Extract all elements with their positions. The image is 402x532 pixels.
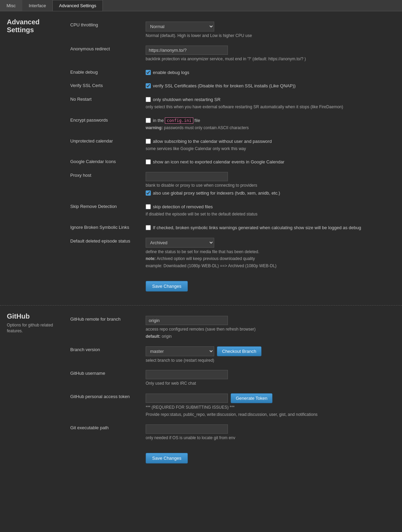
github-remote-help2: default: origin: [146, 334, 395, 339]
tab-advanced-settings[interactable]: Advanced Settings: [52, 0, 102, 11]
default-deleted-status-help3: example: Downloaded (1080p WEB-DL) ==> A…: [146, 263, 395, 269]
ignore-broken-symlinks-label: Ignore Broken Symbolic Links: [70, 224, 146, 230]
google-calendar-icons-control: show an icon next to exported calendar e…: [146, 158, 395, 165]
no-restart-control: only shutdown when restarting SR only se…: [146, 96, 395, 110]
encrypt-passwords-checkbox[interactable]: [146, 118, 151, 123]
proxy-host-label: Proxy host: [70, 172, 146, 178]
anonymous-redirect-label: Anonymous redirect: [70, 46, 146, 51]
encrypt-passwords-checkbox-label: in the config.ini file: [153, 118, 200, 124]
github-token-help1: *** (REQUIRED FOR SUBMITTING ISSUES) ***: [146, 405, 395, 410]
default-deleted-status-select[interactable]: Archived Skipped Ignored Wanted Failed: [146, 238, 214, 248]
checkout-branch-button[interactable]: Checkout Branch: [217, 346, 261, 356]
cpu-throttling-control: Normal High Low Normal (default). High i…: [146, 22, 395, 39]
no-restart-checkbox[interactable]: [146, 97, 151, 102]
skip-remove-detection-checkbox-label: skip detection of removed files: [153, 204, 213, 210]
verify-ssl-label: Verify SSL Certs: [70, 82, 146, 88]
github-token-input[interactable]: [146, 394, 228, 403]
section-right-advanced: CPU throttling Normal High Low Normal (d…: [70, 18, 395, 295]
github-desc: Options for github related features.: [7, 322, 63, 334]
no-restart-checkbox-label: only shutdown when restarting SR: [153, 97, 220, 103]
save-changes-button-2[interactable]: Save Changes: [146, 453, 188, 463]
enable-debug-checkbox[interactable]: [146, 70, 151, 75]
proxy-host-help1: blank to disable or proxy to use when co…: [146, 183, 395, 188]
github-token-label: GitHub personal access token: [70, 393, 146, 399]
enable-debug-control: enable debug logs: [146, 69, 395, 76]
tab-misc[interactable]: Misc: [0, 0, 22, 11]
advanced-settings-title: Advanced Settings: [7, 18, 63, 34]
no-restart-row: No Restart only shutdown when restarting…: [70, 92, 395, 113]
github-username-row: GitHub username Only used for web IRC ch…: [70, 367, 395, 390]
unprotected-calendar-checkbox[interactable]: [146, 139, 151, 144]
default-deleted-status-label: Default deleted episode status: [70, 238, 146, 244]
branch-version-help: select branch to use (restart required): [146, 358, 395, 363]
unprotected-calendar-checkbox-row: allow subscribing to the calendar withou…: [146, 139, 395, 145]
no-restart-checkbox-row: only shutdown when restarting SR: [146, 97, 395, 103]
git-executable-help: only needed if OS is unable to locate gi…: [146, 435, 395, 441]
proxy-host-input[interactable]: [146, 172, 228, 181]
section-left-advanced: Advanced Settings: [7, 18, 70, 295]
github-username-label: GitHub username: [70, 370, 146, 376]
github-section: GitHub Options for github related featur…: [0, 312, 402, 474]
anonymous-redirect-control: backlink protection via anonymizer servi…: [146, 46, 395, 62]
github-username-control: Only used for web IRC chat: [146, 370, 395, 386]
git-executable-input[interactable]: [146, 424, 228, 434]
github-title: GitHub: [7, 312, 63, 320]
proxy-indexers-checkbox-label: also use global proxy setting for indexe…: [153, 190, 280, 196]
save-changes-1-container: Save Changes: [70, 272, 395, 295]
section-left-github: GitHub Options for github related featur…: [7, 312, 70, 467]
google-calendar-icons-checkbox-row: show an icon next to exported calendar e…: [146, 159, 395, 165]
unprotected-calendar-label: Unprotected calendar: [70, 138, 146, 144]
google-calendar-icons-checkbox[interactable]: [146, 159, 151, 164]
proxy-indexers-checkbox-row: also use global proxy setting for indexe…: [146, 190, 395, 196]
github-remote-row: GitHub remote for branch access repo con…: [70, 312, 395, 343]
generate-token-button[interactable]: Generate Token: [231, 393, 272, 403]
encrypt-passwords-checkbox-row: in the config.ini file: [146, 118, 395, 124]
encrypt-passwords-control: in the config.ini file warning: password…: [146, 117, 395, 131]
ignore-broken-symlinks-checkbox-row: If checked, broken symbolic links warnin…: [146, 225, 395, 231]
branch-version-row: Branch version master develop Checkout B…: [70, 343, 395, 367]
anonymous-redirect-row: Anonymous redirect backlink protection v…: [70, 42, 395, 65]
tabs-bar: Misc Interface Advanced Settings: [0, 0, 402, 11]
verify-ssl-checkbox-row: verify SSL Certificates (Disable this fo…: [146, 83, 395, 89]
branch-version-select[interactable]: master develop: [146, 346, 214, 356]
cpu-throttling-help: Normal (default). High is lower and Low …: [146, 33, 395, 39]
no-restart-help: only select this when you have external …: [146, 104, 395, 110]
skip-remove-detection-checkbox[interactable]: [146, 204, 151, 209]
proxy-indexers-checkbox[interactable]: [146, 190, 151, 196]
default-deleted-note-text: Archived option will keep previous downl…: [156, 256, 255, 261]
ignore-broken-symlinks-checkbox[interactable]: [146, 225, 151, 230]
encrypt-passwords-help: warning: passwords must only contain ASC…: [146, 125, 395, 131]
tab-interface[interactable]: Interface: [22, 0, 53, 11]
verify-ssl-control: verify SSL Certificates (Disable this fo…: [146, 82, 395, 89]
unprotected-calendar-control: allow subscribing to the calendar withou…: [146, 138, 395, 152]
branch-version-label: Branch version: [70, 346, 146, 352]
save-changes-button-1[interactable]: Save Changes: [146, 281, 188, 292]
skip-remove-detection-label: Skip Remove Detection: [70, 203, 146, 209]
github-remote-label: GitHub remote for branch: [70, 316, 146, 322]
default-deleted-note-bold: note:: [146, 256, 156, 261]
ignore-broken-symlinks-row: Ignore Broken Symbolic Links If checked,…: [70, 221, 395, 234]
skip-remove-detection-help: if disabled the episode will be set to t…: [146, 211, 395, 217]
cpu-throttling-label: CPU throttling: [70, 22, 146, 27]
skip-remove-detection-control: skip detection of removed files if disab…: [146, 203, 395, 217]
github-username-input[interactable]: [146, 370, 228, 379]
verify-ssl-row: Verify SSL Certs verify SSL Certificates…: [70, 79, 395, 92]
github-remote-input[interactable]: [146, 316, 228, 325]
section-right-github: GitHub remote for branch access repo con…: [70, 312, 395, 467]
anonymous-redirect-input[interactable]: [146, 46, 228, 55]
proxy-host-control: blank to disable or proxy to use when co…: [146, 172, 395, 196]
git-executable-row: Git executable path only needed if OS is…: [70, 421, 395, 444]
cpu-throttling-select[interactable]: Normal High Low: [146, 22, 214, 32]
skip-remove-detection-row: Skip Remove Detection skip detection of …: [70, 200, 395, 221]
section-divider: [0, 305, 402, 306]
unprotected-calendar-help: some services like Google Calendar only …: [146, 146, 395, 152]
google-calendar-icons-checkbox-label: show an icon next to exported calendar e…: [153, 159, 284, 165]
verify-ssl-checkbox[interactable]: [146, 83, 151, 88]
ignore-broken-symlinks-checkbox-label: If checked, broken symbolic links warnin…: [153, 225, 361, 231]
github-token-help2: Provide repo:status, public_repo, write:…: [146, 412, 395, 418]
default-deleted-status-row: Default deleted episode status Archived …: [70, 234, 395, 272]
no-restart-label: No Restart: [70, 96, 146, 102]
google-calendar-icons-label: Google Calendar Icons: [70, 158, 146, 164]
skip-remove-detection-checkbox-row: skip detection of removed files: [146, 204, 395, 210]
google-calendar-icons-row: Google Calendar Icons show an icon next …: [70, 155, 395, 169]
